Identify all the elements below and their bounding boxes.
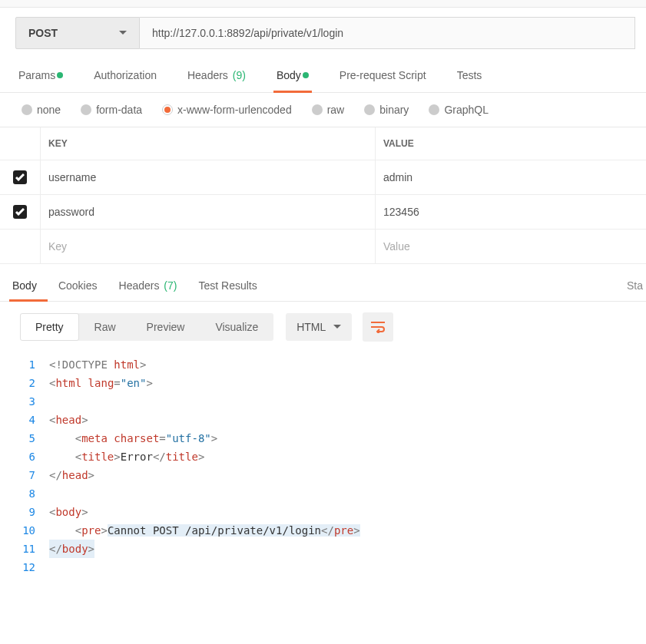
key-input-placeholder[interactable]: Key bbox=[40, 230, 375, 263]
radio-icon bbox=[429, 104, 439, 115]
radio-urlencoded[interactable]: x-www-form-urlencoded bbox=[162, 104, 292, 116]
http-method-select[interactable]: POST bbox=[15, 17, 140, 49]
row-checkbox[interactable] bbox=[13, 170, 27, 184]
request-url-input[interactable] bbox=[140, 17, 635, 49]
radio-icon bbox=[81, 104, 91, 115]
radio-binary[interactable]: binary bbox=[364, 104, 409, 116]
http-method-value: POST bbox=[28, 27, 58, 39]
viewer-tab-raw[interactable]: Raw bbox=[79, 313, 131, 341]
radio-icon bbox=[22, 104, 32, 115]
viewer-tab-preview[interactable]: Preview bbox=[131, 313, 200, 341]
tab-tests[interactable]: Tests bbox=[454, 60, 485, 92]
viewer-mode-tabs: Pretty Raw Preview Visualize bbox=[20, 313, 273, 341]
row-checkbox[interactable] bbox=[13, 205, 27, 219]
response-tab-headers[interactable]: Headers (7) bbox=[118, 272, 179, 301]
top-divider bbox=[0, 0, 646, 8]
radio-form-data[interactable]: form-data bbox=[81, 104, 142, 116]
response-tab-cookies[interactable]: Cookies bbox=[57, 272, 99, 301]
table-header-row: KEY VALUE bbox=[0, 127, 646, 160]
request-tabs: Params Authorization Headers (9) Body Pr… bbox=[0, 60, 646, 93]
radio-icon bbox=[312, 104, 323, 115]
request-url-row: POST bbox=[0, 8, 646, 60]
radio-graphql[interactable]: GraphQL bbox=[429, 104, 489, 116]
params-dot-icon bbox=[57, 72, 63, 78]
radio-icon bbox=[162, 104, 173, 115]
tab-headers[interactable]: Headers (9) bbox=[184, 60, 249, 92]
chevron-down-icon bbox=[333, 325, 341, 329]
response-tab-testresults[interactable]: Test Results bbox=[197, 272, 258, 301]
value-cell[interactable]: admin bbox=[375, 160, 646, 194]
value-header: VALUE bbox=[375, 127, 646, 160]
response-code-viewer[interactable]: 1<!DOCTYPE html> 2<html lang="en"> 3 4<h… bbox=[0, 352, 646, 592]
table-row: username admin bbox=[0, 160, 646, 195]
viewer-tab-pretty[interactable]: Pretty bbox=[20, 313, 79, 341]
radio-raw[interactable]: raw bbox=[312, 104, 345, 116]
key-cell[interactable]: username bbox=[40, 160, 375, 194]
tab-params[interactable]: Params bbox=[15, 60, 66, 92]
radio-icon bbox=[364, 104, 375, 115]
response-viewer-bar: Pretty Raw Preview Visualize HTML bbox=[0, 302, 646, 352]
tab-prerequest[interactable]: Pre-request Script bbox=[336, 60, 429, 92]
radio-none[interactable]: none bbox=[22, 104, 61, 116]
table-row-empty: Key Value bbox=[0, 230, 646, 264]
key-cell[interactable]: password bbox=[40, 195, 375, 229]
viewer-tab-visualize[interactable]: Visualize bbox=[200, 313, 273, 341]
body-dot-icon bbox=[303, 72, 309, 78]
value-input-placeholder[interactable]: Value bbox=[375, 230, 646, 263]
chevron-down-icon bbox=[119, 31, 127, 35]
tab-authorization[interactable]: Authorization bbox=[91, 60, 160, 92]
response-tabs: Body Cookies Headers (7) Test Results St… bbox=[0, 272, 646, 302]
response-format-select[interactable]: HTML bbox=[286, 313, 352, 341]
key-header: KEY bbox=[40, 127, 375, 160]
wrap-lines-button[interactable] bbox=[363, 312, 393, 342]
response-tab-body[interactable]: Body bbox=[11, 272, 38, 301]
body-type-radios: none form-data x-www-form-urlencoded raw… bbox=[0, 93, 646, 127]
table-row: password 123456 bbox=[0, 195, 646, 230]
tab-body[interactable]: Body bbox=[273, 60, 312, 92]
value-cell[interactable]: 123456 bbox=[375, 195, 646, 229]
wrap-icon bbox=[370, 321, 386, 333]
form-data-table: KEY VALUE username admin password 123456… bbox=[0, 127, 646, 264]
status-label: Sta bbox=[627, 279, 643, 292]
